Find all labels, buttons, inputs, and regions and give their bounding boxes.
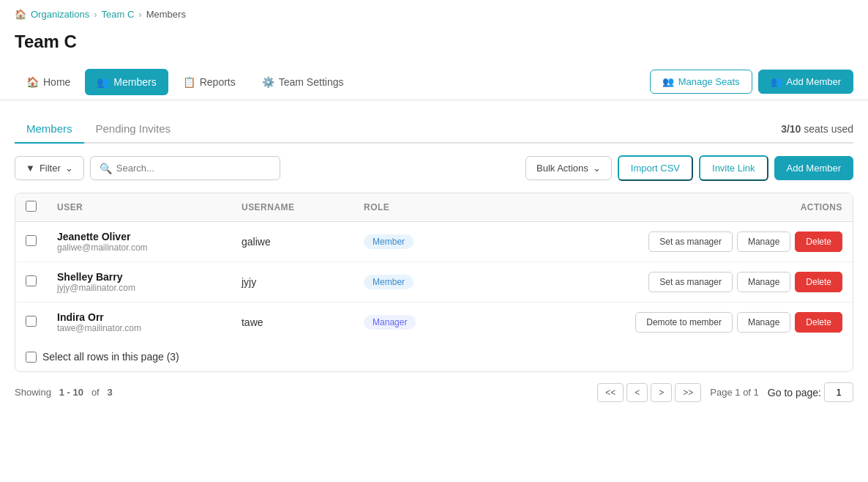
row-actions-cell: Set as manager Manage Delete: [474, 222, 853, 262]
filter-button[interactable]: ▼ Filter ⌄: [15, 156, 84, 180]
bulk-actions-button[interactable]: Bulk Actions ⌄: [525, 156, 612, 180]
row-role-cell: Member: [353, 262, 474, 303]
row-actions-cell: Demote to member Manage Delete: [474, 303, 853, 343]
action-buttons: Set as manager Manage Delete: [484, 231, 842, 252]
nav-bar: 🏠 Home 👥 Members 📋 Reports ⚙️ Team Setti…: [0, 64, 868, 100]
col-role: ROLE: [353, 193, 474, 222]
seats-used-text: seats used: [804, 123, 853, 135]
row-role-cell: Manager: [353, 303, 474, 343]
tab-home[interactable]: 🏠 Home: [15, 69, 82, 95]
role-badge: Manager: [364, 315, 416, 330]
manage-button[interactable]: Manage: [737, 312, 790, 333]
table-header-row: USER USERNAME ROLE ACTIONS: [15, 193, 853, 222]
add-member-button-nav[interactable]: 👥 Add Member: [758, 70, 853, 94]
row-checkbox-0[interactable]: [26, 235, 37, 246]
main-content: Members Pending Invites 3/10 seats used …: [0, 100, 868, 417]
row-user-cell: Jeanette Oliver galiwe@mailinator.com: [47, 222, 231, 262]
delete-button[interactable]: Delete: [795, 272, 842, 292]
role-badge: Member: [364, 275, 414, 289]
table-row: Indira Orr tawe@mailinator.com tawe Mana…: [15, 303, 853, 343]
breadcrumb-team-c[interactable]: Team C: [102, 9, 135, 20]
row-username-cell: galiwe: [231, 222, 353, 262]
go-to-input[interactable]: [824, 382, 853, 402]
delete-button[interactable]: Delete: [795, 312, 842, 333]
sub-tab-members[interactable]: Members: [15, 115, 84, 144]
page-title: Team C: [0, 29, 868, 64]
user-email: jyjy@mailinator.com: [57, 283, 221, 293]
breadcrumb-sep-1: ›: [94, 9, 97, 20]
search-input[interactable]: [116, 163, 271, 174]
row-checkbox-cell: [15, 222, 47, 262]
row-checkbox-1[interactable]: [26, 275, 37, 286]
select-all-row: Select all rows in this page (3): [15, 342, 853, 371]
last-page-button[interactable]: >>: [675, 383, 701, 402]
select-all-page-checkbox[interactable]: [26, 352, 37, 363]
breadcrumb: 🏠 Organizations › Team C › Members: [0, 0, 868, 29]
select-all-checkbox[interactable]: [26, 201, 37, 212]
bulk-actions-chevron-icon: ⌄: [593, 163, 601, 174]
invite-link-button[interactable]: Invite Link: [699, 155, 768, 181]
seats-used-bold: 3/10: [781, 123, 801, 135]
user-name: Indira Orr: [57, 311, 221, 323]
showing-total: 3: [108, 387, 113, 398]
settings-icon: ⚙️: [262, 76, 274, 88]
row-username-cell: tawe: [231, 303, 353, 343]
add-member-nav-icon: 👥: [771, 76, 782, 87]
add-member-nav-label: Add Member: [787, 76, 841, 87]
action1-button[interactable]: Demote to member: [635, 312, 733, 333]
nav-actions: 👥 Manage Seats 👥 Add Member: [650, 64, 853, 100]
go-to-label: Go to page:: [768, 387, 821, 398]
toolbar-right: Bulk Actions ⌄ Import CSV Invite Link Ad…: [525, 155, 853, 181]
tab-members-label: Members: [113, 76, 156, 88]
toolbar: ▼ Filter ⌄ 🔍 Bulk Actions ⌄ Import CSV I…: [15, 155, 853, 181]
nav-tabs: 🏠 Home 👥 Members 📋 Reports ⚙️ Team Setti…: [15, 69, 355, 95]
tab-reports[interactable]: 📋 Reports: [171, 69, 247, 95]
delete-button[interactable]: Delete: [795, 231, 842, 252]
tab-reports-label: Reports: [200, 76, 236, 88]
bulk-actions-label: Bulk Actions: [536, 163, 588, 174]
breadcrumb-members: Members: [146, 9, 186, 20]
manage-seats-button[interactable]: 👥 Manage Seats: [650, 70, 752, 94]
search-box: 🔍: [90, 156, 280, 180]
sub-tab-pending-invites[interactable]: Pending Invites: [84, 115, 183, 144]
row-user-cell: Indira Orr tawe@mailinator.com: [47, 303, 231, 343]
col-user: USER: [47, 193, 231, 222]
row-role-cell: Member: [353, 222, 474, 262]
select-all-label: Select all rows in this page (3): [42, 351, 179, 363]
tab-home-label: Home: [43, 76, 70, 88]
sub-tab-group: Members Pending Invites: [15, 115, 182, 142]
add-member-button-toolbar[interactable]: Add Member: [774, 156, 853, 180]
next-page-button[interactable]: >: [651, 383, 672, 402]
sub-tabs: Members Pending Invites 3/10 seats used: [15, 115, 853, 144]
tab-team-settings[interactable]: ⚙️ Team Settings: [250, 69, 356, 95]
filter-label: Filter: [40, 163, 61, 174]
showing-text: Showing 1 - 10 of 3: [15, 387, 113, 398]
members-icon: 👥: [97, 76, 109, 88]
username: tawe: [242, 316, 263, 328]
showing-range: 1 - 10: [59, 387, 83, 398]
action1-button[interactable]: Set as manager: [648, 272, 733, 292]
filter-icon: ▼: [26, 163, 35, 174]
row-checkbox-cell: [15, 303, 47, 343]
breadcrumb-organizations[interactable]: Organizations: [31, 9, 89, 20]
reports-icon: 📋: [183, 76, 195, 88]
row-checkbox-2[interactable]: [26, 316, 37, 327]
manage-button[interactable]: Manage: [737, 231, 790, 252]
tab-members[interactable]: 👥 Members: [85, 69, 168, 95]
page-controls: << < > >> Page 1 of 1 Go to page:: [597, 382, 853, 402]
col-actions: ACTIONS: [474, 193, 853, 222]
page: 🏠 Organizations › Team C › Members Team …: [0, 0, 868, 482]
username: galiwe: [242, 236, 271, 248]
row-checkbox-cell: [15, 262, 47, 303]
pagination: Showing 1 - 10 of 3 << < > >> Page 1 of …: [15, 372, 853, 402]
user-name: Shelley Barry: [57, 271, 221, 283]
import-csv-button[interactable]: Import CSV: [618, 155, 693, 181]
of-label: of: [91, 387, 100, 398]
table-row: Jeanette Oliver galiwe@mailinator.com ga…: [15, 222, 853, 262]
prev-page-button[interactable]: <: [626, 383, 648, 402]
manage-button[interactable]: Manage: [737, 272, 790, 292]
user-name: Jeanette Oliver: [57, 231, 221, 242]
username: jyjy: [242, 276, 256, 288]
action1-button[interactable]: Set as manager: [648, 231, 733, 252]
first-page-button[interactable]: <<: [597, 383, 624, 402]
